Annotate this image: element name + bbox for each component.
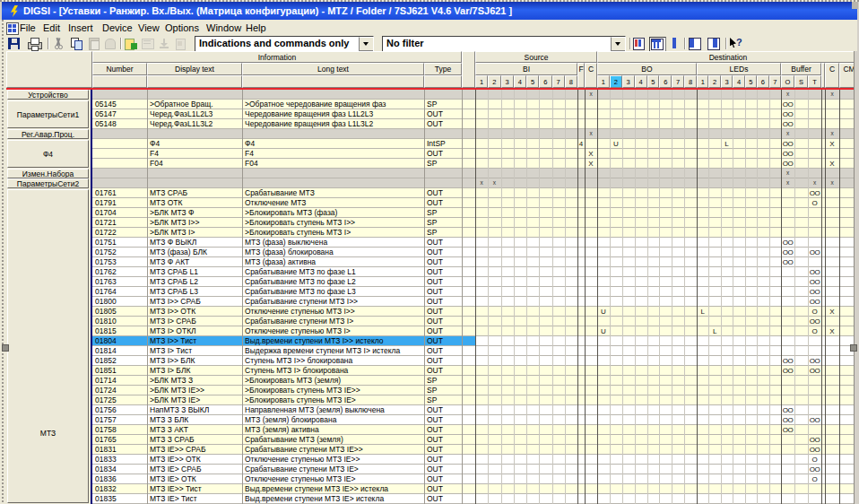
led-column-5[interactable]: 5 [745, 75, 757, 88]
buffer-column-s[interactable]: S [794, 75, 808, 88]
led-column-3[interactable]: 3 [721, 75, 733, 88]
group-button-Ф4[interactable]: Ф4 [7, 140, 89, 168]
group-button-ПараметрыСети2[interactable]: ПараметрыСети2 [7, 178, 89, 188]
mark-t[interactable]: OO [808, 188, 821, 198]
bo-column-3[interactable]: 3 [622, 75, 635, 88]
mark-t[interactable]: O [808, 326, 821, 336]
menu-item-view[interactable]: View [138, 22, 160, 33]
mark-t[interactable]: OO [808, 267, 821, 277]
bi-column-6[interactable]: 6 [539, 75, 551, 88]
bi-column-5[interactable]: 5 [526, 75, 539, 88]
mark-led2[interactable]: L [708, 326, 720, 336]
matrix-grid-icon[interactable] [649, 37, 666, 52]
mark-t[interactable]: OO [808, 317, 821, 326]
column-header-number[interactable]: Number [92, 63, 147, 75]
bi-column-8[interactable]: 8 [565, 75, 577, 88]
menu-item-device[interactable]: Device [102, 22, 133, 33]
mark-t[interactable]: O [808, 474, 821, 484]
combo-dropdown-button[interactable] [611, 37, 625, 51]
column-header-bi[interactable]: BI [475, 63, 577, 75]
set-default-icon[interactable] [157, 37, 172, 50]
bo-column-8[interactable]: 8 [684, 75, 697, 88]
menu-item-help[interactable]: Help [246, 22, 266, 33]
view-filter-combobox[interactable]: Indications and commands only [195, 36, 374, 52]
mark-t[interactable]: OO [808, 277, 821, 287]
column-header-long-text[interactable]: Long text [242, 63, 424, 75]
bi-column-2[interactable]: 2 [488, 75, 500, 88]
help-pointer-icon[interactable]: ? [729, 37, 744, 50]
mark-o[interactable]: OO [781, 149, 794, 159]
bi-column-7[interactable]: 7 [552, 75, 565, 88]
mark-led3[interactable]: L [721, 139, 733, 149]
digsi-app-icon[interactable] [8, 5, 20, 17]
mark-o[interactable]: x [781, 90, 794, 100]
group-button-ПараметрыСети1[interactable]: ПараметрыСети1 [7, 100, 89, 128]
splitter-handle-right[interactable] [850, 344, 857, 352]
window-corner-button[interactable] [852, 2, 858, 9]
format-icon[interactable] [103, 37, 118, 50]
group-button-Рег.Авар.Проц.[interactable]: Рег.Авар.Проц. [7, 129, 89, 139]
bo-column-6[interactable]: 6 [659, 75, 672, 88]
bi-column-3[interactable]: 3 [501, 75, 514, 88]
pane-right-icon[interactable] [707, 37, 722, 50]
combo-dropdown-button[interactable] [359, 37, 373, 51]
column-header-c-source[interactable]: C [585, 63, 597, 88]
mark-t[interactable]: x [808, 178, 821, 188]
title-bar[interactable]: DIGSI - [Уставки - Ранжир. Вх./Вых. (Мат… [2, 2, 857, 20]
bi-column-1[interactable]: 1 [475, 75, 488, 88]
bi-column-4[interactable]: 4 [514, 75, 526, 88]
mark-t[interactable]: OO [808, 248, 821, 257]
mark-c_dest[interactable]: X [825, 159, 839, 169]
mark-f[interactable]: 4 [577, 139, 585, 149]
pane-left-icon[interactable] [688, 37, 703, 50]
mark-o[interactable]: x [781, 169, 794, 178]
menu-item-options[interactable]: Options [165, 22, 199, 33]
signal-filter-combobox[interactable]: No filter [382, 36, 626, 52]
group-button-Измен.Набора[interactable]: Измен.Набора [7, 169, 89, 178]
mark-c_src[interactable]: X [585, 159, 597, 169]
mark-o[interactable]: OO [781, 425, 794, 435]
mark-c_dest[interactable]: x [825, 129, 839, 139]
mark-o[interactable]: OO [781, 257, 794, 267]
mark-t[interactable]: O [808, 455, 821, 465]
edit-matrix-icon[interactable] [141, 37, 156, 50]
mark-c_dest[interactable]: x [825, 178, 839, 188]
mark-o[interactable]: OO [781, 405, 794, 415]
cut-icon[interactable] [51, 37, 66, 50]
mark-led1[interactable]: L [697, 307, 708, 317]
mark-t[interactable]: OO [808, 435, 821, 445]
column-header-display-text[interactable]: Display text [147, 63, 242, 75]
mark-o[interactable]: x [781, 129, 794, 139]
column-header-c-dest[interactable]: C [825, 63, 839, 88]
mark-bi2[interactable]: x [488, 178, 500, 188]
mark-o[interactable]: OO [781, 139, 794, 149]
mark-t[interactable]: OO [808, 356, 821, 366]
mark-o[interactable]: OO [781, 238, 794, 248]
mark-bo1[interactable]: U [597, 326, 610, 336]
column-header-leds[interactable]: LEDs [697, 63, 781, 75]
mark-o[interactable]: OO [781, 356, 794, 366]
mark-o[interactable]: OO [781, 159, 794, 169]
mdi-document-icon[interactable] [6, 22, 19, 35]
mark-o[interactable]: OO [781, 415, 794, 425]
led-column-2[interactable]: 2 [708, 75, 720, 88]
bo-column-2[interactable]: 2 [610, 75, 622, 88]
mark-t[interactable]: OO [808, 297, 821, 307]
paste-icon[interactable] [87, 37, 102, 50]
group-button-МТЗ[interactable]: МТЗ [7, 189, 89, 503]
mark-o[interactable]: OO [781, 119, 794, 129]
bo-column-1[interactable]: 1 [597, 75, 610, 88]
mark-t[interactable]: OO [808, 287, 821, 297]
group-button-Устройство[interactable]: Устройство [7, 90, 89, 100]
bo-column-5[interactable]: 5 [647, 75, 660, 88]
column-header-buffer[interactable]: Buffer [781, 63, 821, 75]
splitter-handle-left[interactable] [2, 344, 9, 352]
mark-t[interactable]: O [808, 307, 821, 317]
mark-t[interactable]: OO [808, 465, 821, 474]
print-icon[interactable] [27, 37, 42, 50]
menu-item-file[interactable]: File [20, 22, 36, 33]
led-column-4[interactable]: 4 [733, 75, 744, 88]
reset-icon[interactable] [173, 37, 188, 50]
mark-c_dest[interactable]: X [825, 307, 839, 317]
menu-item-insert[interactable]: Insert [68, 22, 93, 33]
